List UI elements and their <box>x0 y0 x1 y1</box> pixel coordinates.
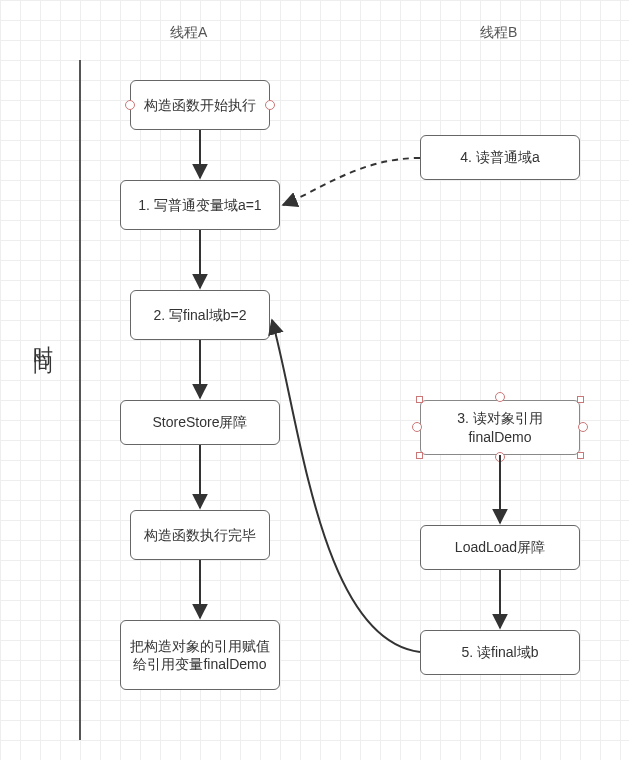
handle-icon[interactable] <box>495 452 505 462</box>
time-axis-label: 时间 <box>30 330 57 346</box>
selection-handle-icon[interactable] <box>416 452 423 459</box>
selection-handle-icon[interactable] <box>577 452 584 459</box>
node-a3[interactable]: StoreStore屏障 <box>120 400 280 445</box>
node-a1[interactable]: 1. 写普通变量域a=1 <box>120 180 280 230</box>
node-a0[interactable]: 构造函数开始执行 <box>130 80 270 130</box>
node-bLL[interactable]: LoadLoad屏障 <box>420 525 580 570</box>
node-a4[interactable]: 构造函数执行完毕 <box>130 510 270 560</box>
node-a2[interactable]: 2. 写final域b=2 <box>130 290 270 340</box>
lane-header-thread-a: 线程A <box>170 24 207 42</box>
handle-icon <box>265 100 275 110</box>
node-a5[interactable]: 把构造对象的引用赋值给引用变量finalDemo <box>120 620 280 690</box>
node-b4[interactable]: 4. 读普通域a <box>420 135 580 180</box>
handle-icon <box>125 100 135 110</box>
selection-handle-icon[interactable] <box>577 396 584 403</box>
edge-b4-a1-dashed <box>283 158 420 205</box>
node-b3[interactable]: 3. 读对象引用finalDemo <box>420 400 580 455</box>
edge-b5-a2 <box>272 320 420 652</box>
node-b5[interactable]: 5. 读final域b <box>420 630 580 675</box>
handle-icon[interactable] <box>495 392 505 402</box>
selection-handle-icon[interactable] <box>416 396 423 403</box>
handle-icon[interactable] <box>578 422 588 432</box>
handle-icon[interactable] <box>412 422 422 432</box>
lane-header-thread-b: 线程B <box>480 24 517 42</box>
